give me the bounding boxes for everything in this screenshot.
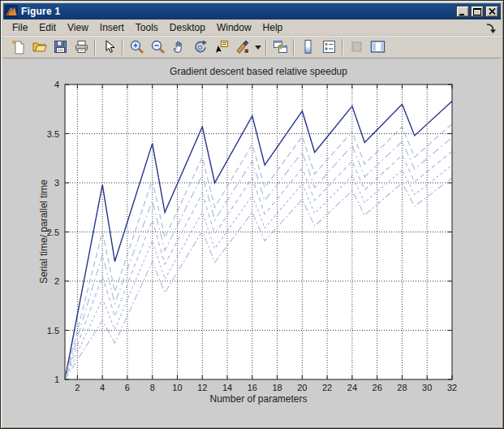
- maximize-icon: [473, 8, 481, 15]
- menu-window[interactable]: Window: [211, 20, 257, 35]
- print-figure-button[interactable]: [71, 37, 92, 57]
- insert-colorbar-button[interactable]: [297, 37, 318, 57]
- menu-view[interactable]: View: [62, 20, 94, 35]
- x-tick-label: 28: [397, 383, 407, 392]
- y-axis-label: Serial time/ parallel time: [38, 180, 50, 284]
- maximize-button[interactable]: [471, 6, 484, 17]
- y-tick-label: 3: [54, 178, 59, 188]
- x-tick-label: 20: [297, 383, 307, 392]
- link-plot-icon: [273, 39, 288, 54]
- x-tick-label: 6: [125, 383, 130, 392]
- x-tick-label: 18: [272, 383, 282, 392]
- x-axis-label: Number of parameters: [65, 393, 452, 405]
- rotate-3d-icon: [192, 39, 208, 54]
- data-cursor-button[interactable]: [210, 37, 231, 57]
- x-tick-label: 24: [347, 383, 357, 392]
- close-button[interactable]: [485, 6, 498, 17]
- new-figure-icon: [11, 39, 26, 54]
- x-tick-label: 4: [100, 383, 105, 392]
- hide-plot-tools-icon: [349, 39, 364, 54]
- y-tick-label: 1.5: [47, 326, 59, 336]
- brush-data-icon: [235, 39, 250, 54]
- y-tick-label: 3.5: [47, 129, 59, 139]
- menu-insert[interactable]: Insert: [94, 20, 130, 35]
- x-tick-label: 16: [248, 383, 257, 392]
- chart-title: Gradient descent based relative speedup: [65, 66, 452, 77]
- insert-legend-icon: [321, 39, 337, 54]
- zoom-out-icon: [150, 39, 166, 54]
- link-plot-button[interactable]: [269, 37, 291, 57]
- toolbar-separator: [342, 39, 343, 55]
- x-tick-label: 30: [422, 383, 432, 392]
- menubar: File Edit View Insert Tools Desktop Wind…: [3, 20, 501, 36]
- figure-canvas: 246810121416182022242628303211.522.533.5…: [3, 58, 501, 426]
- menu-file[interactable]: File: [6, 20, 33, 35]
- print-figure-icon: [74, 39, 89, 54]
- pan-button[interactable]: [168, 37, 189, 57]
- pan-icon: [171, 39, 187, 54]
- x-tick-label: 8: [150, 383, 155, 392]
- x-tick-label: 26: [373, 383, 382, 392]
- plot-area: 246810121416182022242628303211.522.533.5…: [3, 58, 501, 426]
- brush-dropdown-arrow-icon: [254, 43, 262, 51]
- open-file-button[interactable]: [28, 37, 50, 57]
- toolbar-separator: [265, 39, 267, 55]
- toolbar-separator: [122, 39, 123, 55]
- insert-legend-button[interactable]: [318, 37, 339, 57]
- minimize-icon: [459, 8, 467, 15]
- new-figure-button[interactable]: [7, 37, 28, 57]
- toolbar-separator: [94, 39, 96, 55]
- edit-plot-icon: [101, 39, 117, 54]
- menu-desktop[interactable]: Desktop: [164, 20, 211, 35]
- rotate-3d-button[interactable]: [189, 37, 210, 57]
- edit-plot-button[interactable]: [98, 37, 119, 57]
- y-tick-label: 4: [54, 80, 59, 89]
- open-file-icon: [32, 39, 47, 54]
- figure-window: Figure 1 File Edit: [0, 0, 504, 429]
- data-cursor-icon: [213, 39, 229, 54]
- x-tick-label: 10: [172, 383, 182, 392]
- show-plot-tools-button[interactable]: [367, 37, 388, 57]
- figure-toolbar: [3, 36, 501, 58]
- hide-plot-tools-button[interactable]: [346, 37, 367, 57]
- window-title: Figure 1: [21, 6, 453, 17]
- matlab-logo-icon: [5, 5, 18, 18]
- menu-tools[interactable]: Tools: [130, 20, 164, 35]
- titlebar[interactable]: Figure 1: [3, 3, 501, 20]
- zoom-in-icon: [129, 39, 144, 54]
- insert-colorbar-icon: [300, 39, 316, 54]
- x-tick-label: 12: [197, 383, 207, 392]
- close-icon: [489, 8, 496, 15]
- menu-edit[interactable]: Edit: [33, 20, 62, 35]
- minimize-button[interactable]: [456, 6, 469, 17]
- x-tick-label: 32: [447, 383, 457, 392]
- save-figure-button[interactable]: [50, 37, 71, 57]
- brush-data-button[interactable]: [231, 37, 252, 57]
- dock-figure-icon[interactable]: [485, 21, 498, 34]
- window-controls: [456, 6, 499, 17]
- menu-help[interactable]: Help: [257, 20, 289, 35]
- brush-dropdown-button[interactable]: [252, 37, 263, 57]
- x-tick-label: 22: [322, 383, 332, 392]
- zoom-out-button[interactable]: [147, 37, 168, 57]
- show-plot-tools-icon: [370, 39, 386, 54]
- save-figure-icon: [53, 39, 68, 54]
- y-tick-label: 1: [54, 375, 59, 384]
- toolbar-separator: [293, 39, 295, 55]
- zoom-in-button[interactable]: [126, 37, 147, 57]
- x-tick-label: 2: [75, 383, 80, 392]
- x-tick-label: 14: [222, 383, 232, 392]
- y-tick-label: 2: [54, 276, 59, 286]
